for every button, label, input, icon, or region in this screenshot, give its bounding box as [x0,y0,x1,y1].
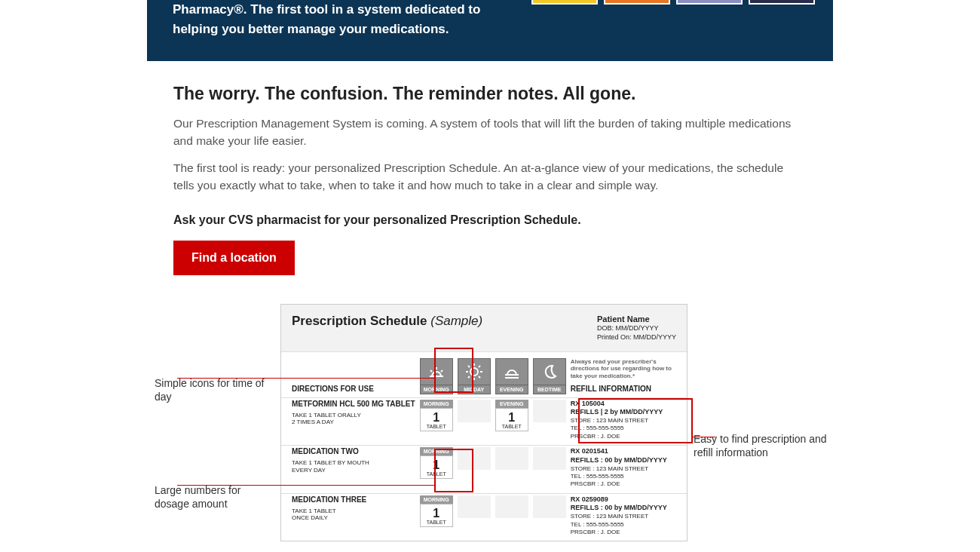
swatch [604,0,670,5]
callout-line [177,485,434,486]
sample-title: Prescription Schedule (Sample) [292,314,482,329]
svg-line-6 [479,376,480,378]
rx-prescriber: PRSCBR : J. DOE [571,529,620,535]
refill-info: RX 0201541REFILLS : 00 by MM/DD/YYYYSTOR… [571,447,676,489]
tod-label: MORNING [420,385,453,394]
dosage-cell [533,495,566,537]
main-content: The worry. The confusion. The reminder n… [173,84,807,552]
rx-refills: REFILLS : 00 by MM/DD/YYYY [571,504,667,511]
medication-directions: TAKE 1 TABLET BY MOUTHEVERY DAY [292,459,415,474]
dosage-number: 1 [421,412,452,424]
dosage-number: 1 [421,508,452,520]
rx-refills: REFILLS : 00 by MM/DD/YYYY [571,456,667,464]
tod-midday: MIDDAY [458,358,491,394]
medication-name: MEDICATION THREE [292,495,415,504]
tod-label: MIDDAY [458,385,491,394]
hero-swatches [531,0,815,5]
sample-schedule: Prescription Schedule (Sample) Patient N… [280,304,688,541]
dosage-unit: TABLET [496,424,528,429]
dosage-tod-label: MORNING [420,495,453,504]
rx-store: STORE : 123 MAIN STREET [571,417,648,424]
rx-store: STORE : 123 MAIN STREET [571,513,648,520]
svg-line-5 [468,366,470,367]
ask-pharmacist: Ask your CVS pharmacist for your persona… [173,213,807,227]
dosage-unit: TABLET [421,520,452,525]
svg-line-8 [468,376,470,378]
hero-banner: Pharmacy®. The first tool in a system de… [147,0,833,61]
sample-wrapper: Simple icons for time of day Large numbe… [173,304,807,552]
dosage-cell: MORNING1TABLET [420,495,453,537]
tod-label: EVENING [495,385,528,394]
refill-info: RX 0259089REFILLS : 00 by MM/DD/YYYYSTOR… [571,495,676,537]
patient-block: Patient Name DOB: MM/DD/YYYY Printed On:… [597,314,676,342]
medication-directions: TAKE 1 TABLETONCE DAILY [292,508,415,522]
dosage-cell [533,447,566,489]
rx-prescriber: PRSCBR : J. DOE [571,480,620,487]
medication-name: METFORMIN HCL 500 MG TABLET [292,400,415,409]
dosage-unit: TABLET [421,424,452,429]
sunset-icon [495,358,528,385]
swatch [531,0,598,5]
callout-line [693,437,715,437]
medication-row: MEDICATION THREETAKE 1 TABLETONCE DAILYM… [281,493,687,541]
sun-icon [458,358,491,385]
tod-bedtime: BEDTIME [533,358,566,394]
refill-header-col: Always read your prescriber's directions… [571,358,676,394]
sample-subtitle: (Sample) [430,314,482,328]
moon-icon [533,358,566,385]
find-location-button[interactable]: Find a location [173,241,295,275]
dosage-cell [495,495,528,537]
medication-row: MEDICATION TWOTAKE 1 TABLET BY MOUTHEVER… [281,445,687,493]
sunrise-icon [420,358,453,385]
rx-number: RX 0201541 [571,447,608,455]
dosage-cell: MORNING1TABLET [420,447,453,489]
rx-number: RX 0259089 [571,495,608,503]
rx-number: RX 105004 [571,400,605,407]
medication-name: MEDICATION TWO [292,447,415,456]
tod-morning: MORNING [420,358,453,394]
refill-header: REFILL INFORMATION [571,385,651,393]
rx-tel: TEL : 555-555-5555 [571,425,624,431]
refill-note: Always read your prescriber's directions… [571,358,676,385]
tod-evening: EVENING [495,358,528,394]
dosage-tod-label: MORNING [420,447,453,455]
sample-header: Prescription Schedule (Sample) Patient N… [281,305,687,352]
headline: The worry. The confusion. The reminder n… [173,84,807,104]
patient-dob: DOB: MM/DD/YYYY [597,324,659,332]
refill-info: RX 105004REFILLS | 2 by MM/DD/YYYYSTORE … [571,400,676,441]
dosage-number: 1 [421,459,452,471]
intro-para-1: Our Prescription Management System is co… [173,115,807,150]
directions-header: DIRECTIONS FOR USE [292,385,415,394]
callout-refill: Easy to find prescription and refill inf… [694,432,844,459]
medication-row: METFORMIN HCL 500 MG TABLETTAKE 1 TABLET… [281,397,687,446]
callout-line [177,378,434,379]
dosage-cell: EVENING1TABLET [495,400,528,441]
dosage-cell: MORNING1TABLET [420,400,453,441]
dosage-cell [533,400,566,441]
rx-tel: TEL : 555-555-5555 [571,521,624,528]
dosage-unit: TABLET [421,471,452,477]
svg-point-0 [470,368,478,376]
medication-directions: TAKE 1 TABLET ORALLY2 TIMES A DAY [292,412,415,426]
hero-text: Pharmacy®. The first tool in a system de… [173,0,519,38]
dosage-cell [458,447,491,489]
column-headers: DIRECTIONS FOR USE MORNING MIDDAY [281,352,687,397]
dosage-number: 1 [496,412,528,424]
patient-name: Patient Name [597,314,676,324]
dosage-cell [495,447,528,489]
rx-tel: TEL : 555-555-5555 [571,473,624,480]
intro-para-2: The first tool is ready: your personaliz… [173,159,807,195]
sample-title-text: Prescription Schedule [292,314,427,328]
patient-printed: Printed On: MM/DD/YYYY [597,333,676,341]
callout-numbers: Large numbers for dosage amount [155,483,275,511]
svg-line-7 [479,366,480,367]
tod-label: BEDTIME [533,385,566,394]
callout-icons: Simple icons for time of day [155,376,275,403]
dosage-tod-label: EVENING [495,400,528,408]
rx-refills: REFILLS | 2 by MM/DD/YYYY [571,408,663,416]
swatch [676,0,743,5]
rx-prescriber: PRSCBR : J. DOE [571,433,620,440]
dosage-tod-label: MORNING [420,400,453,408]
dosage-cell [458,400,491,441]
rx-store: STORE : 123 MAIN STREET [571,465,648,472]
